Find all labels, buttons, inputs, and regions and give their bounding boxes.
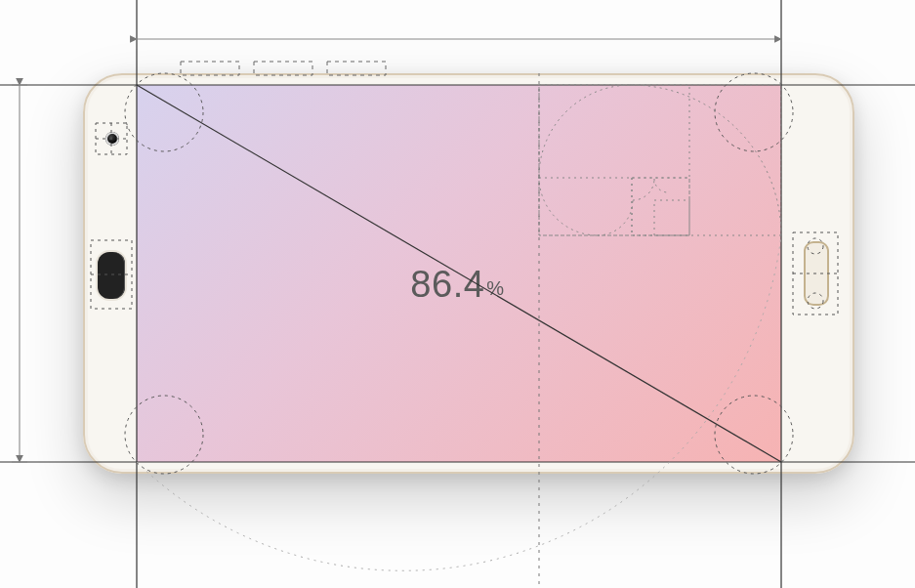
ratio-unit: %	[486, 277, 504, 299]
ratio-label: 86.4%	[0, 264, 915, 306]
diagram-canvas: 86.4%	[0, 0, 915, 588]
front-camera-icon	[105, 132, 119, 146]
ratio-value: 86.4	[410, 264, 484, 305]
